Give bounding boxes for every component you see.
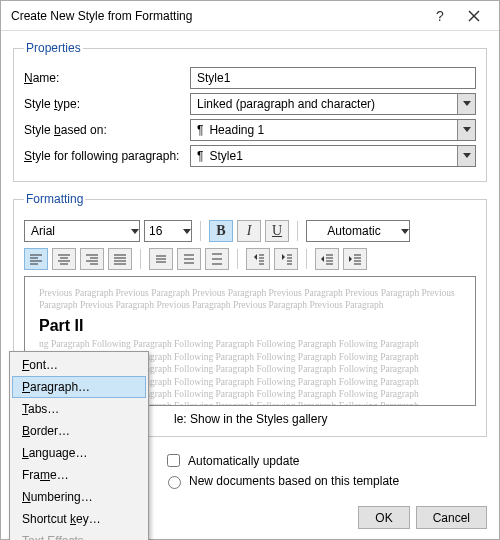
svg-marker-7 [401,229,409,234]
svg-marker-48 [349,256,352,262]
svg-marker-4 [463,153,471,158]
chevron-down-icon[interactable] [131,224,139,238]
chevron-down-icon[interactable] [183,224,191,238]
menu-tabs[interactable]: Tabs… [12,398,146,420]
chevron-down-icon[interactable] [457,146,475,166]
line-spacing-2-button[interactable] [205,248,229,270]
align-right-button[interactable] [80,248,104,270]
window-title: Create New Style from Formatting [11,9,423,23]
underline-button[interactable]: U [265,220,289,242]
pilcrow-icon: ¶ [197,123,203,137]
italic-button[interactable]: I [237,220,261,242]
create-style-dialog: Create New Style from Formatting ? Prope… [0,0,500,540]
svg-marker-43 [321,256,324,262]
menu-language[interactable]: Language… [12,442,146,464]
svg-marker-2 [463,101,471,106]
align-left-button[interactable] [24,248,48,270]
menu-font[interactable]: Font… [12,354,146,376]
preview-previous: Previous Paragraph Previous Paragraph Pr… [39,287,461,312]
following-combo[interactable]: ¶Style1 [190,145,476,167]
para-space-inc-button[interactable] [246,248,270,270]
menu-numbering[interactable]: Numbering… [12,486,146,508]
style-type-combo[interactable]: Linked (paragraph and character) [190,93,476,115]
menu-border[interactable]: Border… [12,420,146,442]
para-space-dec-button[interactable] [274,248,298,270]
style-type-label: Style type: [24,97,184,111]
properties-group: Properties Name: Style type: Linked (par… [13,41,487,182]
properties-legend: Properties [24,41,83,55]
pilcrow-icon: ¶ [197,149,203,163]
line-spacing-15-button[interactable] [177,248,201,270]
indent-dec-button[interactable] [315,248,339,270]
ok-button[interactable]: OK [358,506,409,529]
titlebar: Create New Style from Formatting ? [1,1,499,31]
menu-paragraph[interactable]: Paragraph… [12,376,146,398]
close-button[interactable] [457,4,491,28]
cancel-button[interactable]: Cancel [416,506,487,529]
svg-marker-3 [463,127,471,132]
template-radio[interactable]: New documents based on this template [163,473,487,489]
indent-inc-button[interactable] [343,248,367,270]
font-color-combo[interactable]: Automatic [306,220,410,242]
help-button[interactable]: ? [423,4,457,28]
based-on-combo[interactable]: ¶Heading 1 [190,119,476,141]
formatting-legend: Formatting [24,192,85,206]
chevron-down-icon[interactable] [401,224,409,238]
auto-update-checkbox[interactable]: Automatically update [163,451,487,470]
name-input[interactable] [190,67,476,89]
svg-marker-38 [282,254,285,260]
svg-marker-33 [254,254,257,260]
menu-frame[interactable]: Frame… [12,464,146,486]
name-label: Name: [24,71,184,85]
svg-marker-5 [131,229,139,234]
align-justify-button[interactable] [108,248,132,270]
dialog-body: Properties Name: Style type: Linked (par… [1,31,499,502]
based-on-label: Style based on: [24,123,184,137]
line-spacing-1-button[interactable] [149,248,173,270]
chevron-down-icon[interactable] [457,94,475,114]
preview-heading: Part II [39,316,461,337]
svg-marker-6 [183,229,191,234]
chevron-down-icon[interactable] [457,120,475,140]
menu-shortcut[interactable]: Shortcut key… [12,508,146,530]
menu-text-effects: Text Effects… [12,530,146,540]
font-combo[interactable]: Arial [24,220,140,242]
following-label: Style for following paragraph: [24,149,184,163]
size-combo[interactable]: 16 [144,220,192,242]
bold-button[interactable]: B [209,220,233,242]
align-center-button[interactable] [52,248,76,270]
format-menu: Font… Paragraph… Tabs… Border… Language…… [9,351,149,540]
